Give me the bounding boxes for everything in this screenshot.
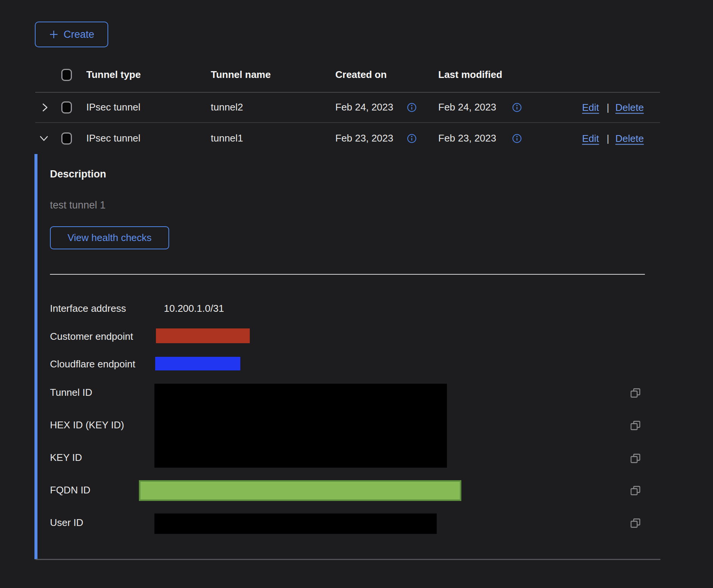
interface-address-value: 10.200.1.0/31 [164, 303, 224, 314]
hex-id-label: HEX ID (KEY ID) [50, 419, 124, 431]
description-text: test tunnel 1 [50, 199, 106, 211]
expand-row-button[interactable] [40, 103, 50, 112]
user-id-redacted-value [154, 513, 437, 534]
last-modified-cell: Feb 23, 2023 [438, 133, 496, 144]
row-checkbox[interactable] [61, 101, 72, 114]
fqdn-id-redacted-value [139, 480, 461, 501]
copy-hex-id-button[interactable] [630, 420, 641, 431]
delete-link[interactable]: Delete [615, 133, 644, 145]
last-modified-info-icon[interactable] [512, 103, 522, 112]
table-row: IPsec tunnel tunnel1 Feb 23, 2023 Feb 23… [35, 123, 660, 154]
copy-icon [630, 453, 641, 464]
copy-user-id-button[interactable] [630, 517, 641, 529]
last-modified-info-icon[interactable] [512, 134, 522, 143]
section-divider [50, 274, 645, 275]
copy-key-id-button[interactable] [630, 453, 641, 464]
created-on-info-icon[interactable] [407, 103, 417, 112]
create-button[interactable]: Create [35, 22, 108, 47]
chevron-down-icon [39, 134, 49, 143]
tunnel-name-cell: tunnel1 [211, 133, 243, 144]
create-button-label: Create [64, 30, 94, 40]
cloudflare-endpoint-label: Cloudflare endpoint [50, 358, 135, 370]
tunnel-type-cell: IPsec tunnel [86, 102, 140, 113]
fqdn-id-label: FQDN ID [50, 484, 90, 496]
tunnel-type-cell: IPsec tunnel [86, 133, 140, 144]
last-modified-cell: Feb 24, 2023 [438, 102, 496, 113]
collapse-row-button[interactable] [39, 134, 49, 143]
chevron-right-icon [40, 103, 50, 112]
key-id-label: KEY ID [50, 452, 82, 464]
tunnel-id-label: Tunnel ID [50, 387, 92, 398]
cloudflare-endpoint-redacted-value [155, 357, 240, 370]
copy-icon [630, 387, 641, 398]
created-on-info-icon[interactable] [407, 134, 417, 143]
action-separator: | [607, 102, 609, 114]
delete-link[interactable]: Delete [615, 102, 644, 114]
table-header-row: Tunnel type Tunnel name Created on Last … [35, 58, 660, 93]
edit-link[interactable]: Edit [582, 133, 599, 145]
column-header-created-on: Created on [335, 69, 387, 81]
description-heading: Description [50, 168, 106, 180]
view-health-checks-label: View health checks [67, 232, 151, 244]
column-header-last-modified: Last modified [438, 69, 502, 81]
panel-bottom-divider [36, 559, 660, 560]
created-on-cell: Feb 24, 2023 [335, 102, 393, 113]
tunnel-name-cell: tunnel2 [211, 102, 243, 113]
view-health-checks-button[interactable]: View health checks [50, 226, 169, 249]
interface-address-label: Interface address [50, 303, 126, 314]
id-values-redacted-block [154, 384, 447, 468]
customer-endpoint-redacted-value [156, 328, 250, 343]
created-on-cell: Feb 23, 2023 [335, 133, 393, 144]
select-all-checkbox[interactable] [61, 69, 72, 81]
copy-icon [630, 517, 641, 529]
action-separator: | [607, 133, 609, 145]
customer-endpoint-label: Customer endpoint [50, 331, 133, 342]
copy-fqdn-id-button[interactable] [630, 485, 641, 496]
column-header-tunnel-name: Tunnel name [211, 69, 271, 81]
user-id-label: User ID [50, 517, 83, 529]
copy-icon [630, 485, 641, 496]
tunnels-page: Create Tunnel type Tunnel name Created o… [0, 0, 713, 588]
copy-tunnel-id-button[interactable] [630, 387, 641, 398]
row-checkbox[interactable] [61, 132, 72, 145]
table-row: IPsec tunnel tunnel2 Feb 24, 2023 Feb 24… [35, 93, 660, 123]
copy-icon [630, 420, 641, 431]
expanded-tunnel-panel: Description test tunnel 1 View health ch… [34, 154, 660, 559]
plus-icon [49, 30, 59, 39]
column-header-tunnel-type: Tunnel type [86, 69, 141, 81]
edit-link[interactable]: Edit [582, 102, 599, 114]
